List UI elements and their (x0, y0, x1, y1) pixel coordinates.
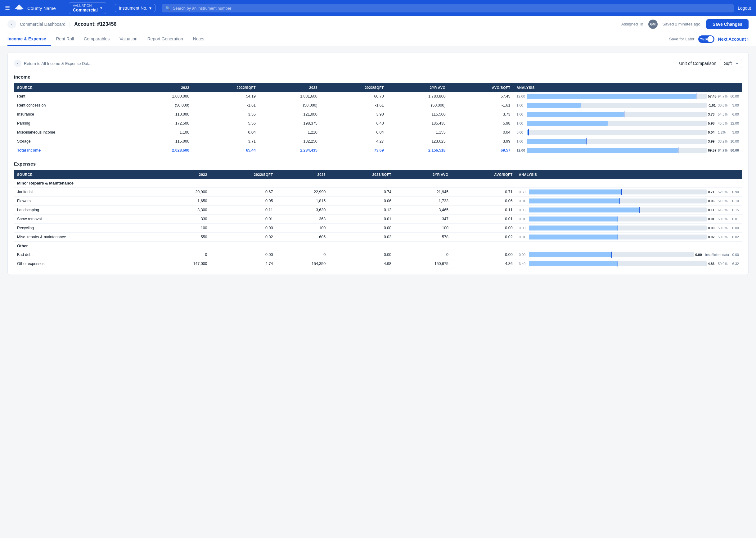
breadcrumb-dashboard-link[interactable]: Commercial Dashboard (20, 22, 66, 27)
row-2023sqft: 0.74 (329, 188, 395, 197)
analysis-min: 12.00 (517, 94, 525, 98)
tabs-bar: Income & Expense Rent Roll Comparables V… (0, 32, 756, 46)
toggle-label: YES (700, 37, 707, 41)
analysis-value: 57.45 (708, 94, 717, 98)
table-row: Rent 1,680,000 54.19 1,881,600 60.70 1,7… (14, 92, 742, 101)
row-avgsqft: 57.45 (449, 92, 514, 101)
row-2022: 1,680,000 (131, 92, 192, 101)
analysis-bar (529, 252, 694, 257)
valuation-selector[interactable]: VALUATION Commercial ▾ (69, 2, 106, 14)
unit-comparison-select[interactable]: Sqft (720, 59, 742, 68)
col-source: SOURCE (14, 83, 131, 92)
exp-col-source: SOURCE (14, 170, 158, 179)
table-row: Other expenses 147,000 4.74 154,350 4.98… (14, 259, 742, 268)
row-avg2yr: 150,675 (395, 259, 451, 268)
tab-notes[interactable]: Notes (188, 32, 210, 46)
row-avgsqft: 0.06 (451, 197, 516, 206)
row-2023: 1,210 (259, 128, 321, 137)
analysis-min: 1.00 (517, 103, 525, 107)
table-row: Recycling 100 0.00 100 0.00 100 0.00 0.0… (14, 224, 742, 233)
row-2023: 1,815 (276, 197, 329, 206)
tab-comparables[interactable]: Comparables (79, 32, 115, 46)
analysis-max: 3.00 (730, 131, 739, 134)
row-avg2yr: 100 (395, 224, 451, 233)
row-source: Snow removal (14, 215, 158, 224)
row-2023: 3,630 (276, 206, 329, 215)
expenses-table: SOURCE 2022 2022/SQFT 2023 2023/SQFT 2YR… (14, 170, 742, 268)
exp-col-2023sqft: 2023/SQFT (329, 170, 395, 179)
avatar: GM (648, 20, 658, 29)
income-title: Income (14, 74, 742, 80)
analysis-min: 0.50 (519, 190, 528, 194)
analysis-pct: 1.2% (718, 131, 729, 134)
exp-col-avg2yr: 2YR AVG (395, 170, 451, 179)
row-avg2yr: 578 (395, 233, 451, 242)
tab-income-expense[interactable]: Income & Expense (8, 32, 51, 46)
analysis-bar (529, 207, 707, 212)
breadcrumb-right: Assigned To GM Saved 2 minutes ago. Save… (621, 19, 748, 29)
row-avgsqft: 69.57 (449, 146, 514, 155)
save-changes-button[interactable]: Save Changes (706, 19, 748, 29)
analysis-bar (527, 130, 707, 135)
row-2022: 147,000 (158, 259, 211, 268)
row-avgsqft: 0.00 (451, 250, 516, 259)
analysis-value: 0.04 (708, 131, 717, 134)
analysis-cell: 0.01 0.01 50.0% 0.01 (516, 215, 742, 224)
row-2022sqft: 65.44 (192, 146, 259, 155)
row-2022sqft: 0.05 (211, 197, 276, 206)
tab-valuation[interactable]: Valuation (115, 32, 142, 46)
next-account-button[interactable]: Next Account › (718, 37, 748, 42)
tab-rent-roll[interactable]: Rent Roll (51, 32, 79, 46)
breadcrumb-account: Account: #123456 (74, 22, 117, 27)
row-2023: 363 (276, 215, 329, 224)
row-2023sqft: 4.27 (321, 137, 387, 146)
col-2022: 2022 (131, 83, 192, 92)
valuation-label: VALUATION (73, 4, 98, 8)
analysis-cell: 3.40 4.86 50.0% 6.32 (516, 259, 742, 268)
row-2022sqft: 0.04 (192, 128, 259, 137)
tab-report-generation[interactable]: Report Generation (142, 32, 188, 46)
unit-comparison-label: Unit of Comparison (679, 61, 716, 66)
row-avg2yr: 21,945 (395, 188, 451, 197)
analysis-cell: 1.00 3.73 54.5% 6.00 (514, 110, 742, 119)
exp-col-2023: 2023 (276, 170, 329, 179)
row-2022sqft: -1.61 (192, 101, 259, 110)
analysis-cell: 12.00 69.57 84.7% 80.00 (514, 146, 742, 155)
analysis-min: 1.00 (517, 122, 525, 125)
analysis-max: 6.32 (730, 262, 739, 266)
row-source: Parking (14, 119, 131, 128)
search-input[interactable] (173, 6, 730, 11)
table-row: Misc. repairs & maintenance 550 0.02 605… (14, 233, 742, 242)
analysis-max: 0.00 (730, 253, 739, 256)
search-icon: 🔍 (165, 6, 170, 11)
row-2022sqft: 0.00 (211, 224, 276, 233)
row-source: Flowers (14, 197, 158, 206)
analysis-bar (527, 94, 707, 99)
row-2023sqft: 0.12 (329, 206, 395, 215)
row-2022: 20,900 (158, 188, 211, 197)
row-source: Recycling (14, 224, 158, 233)
hamburger-menu[interactable]: ☰ (5, 5, 10, 12)
col-2023sqft: 2023/SQFT (321, 83, 387, 92)
tabs-right: Save for Later YES Next Account › (669, 35, 748, 43)
analysis-pct: 50.0% (718, 226, 729, 230)
analysis-bar (529, 217, 707, 222)
row-avg2yr: 1,155 (387, 128, 449, 137)
row-2023: 198,375 (259, 119, 321, 128)
exp-col-2022sqft: 2022/SQFT (211, 170, 276, 179)
analysis-max: 0.15 (730, 208, 739, 212)
instrument-selector[interactable]: Instrument No. ▾ (115, 4, 156, 12)
breadcrumb-bar: ‹ Commercial Dashboard | Account: #12345… (0, 16, 756, 32)
save-for-later-toggle[interactable]: YES (698, 35, 714, 43)
row-avgsqft: 0.11 (451, 206, 516, 215)
row-2023: 132,250 (259, 137, 321, 146)
analysis-cell: 0.01 0.06 51.0% 0.10 (516, 197, 742, 206)
analysis-max: 0.02 (730, 235, 739, 239)
analysis-pct: 45.3% (718, 122, 729, 125)
breadcrumb-back-button[interactable]: ‹ (8, 20, 16, 28)
row-avg2yr: 185,438 (387, 119, 449, 128)
search-bar[interactable]: 🔍 (162, 4, 734, 13)
analysis-bar (527, 112, 707, 117)
logout-button[interactable]: Logout (738, 6, 751, 11)
return-button[interactable]: ‹ Return to All Income & Expense Data (14, 60, 91, 67)
